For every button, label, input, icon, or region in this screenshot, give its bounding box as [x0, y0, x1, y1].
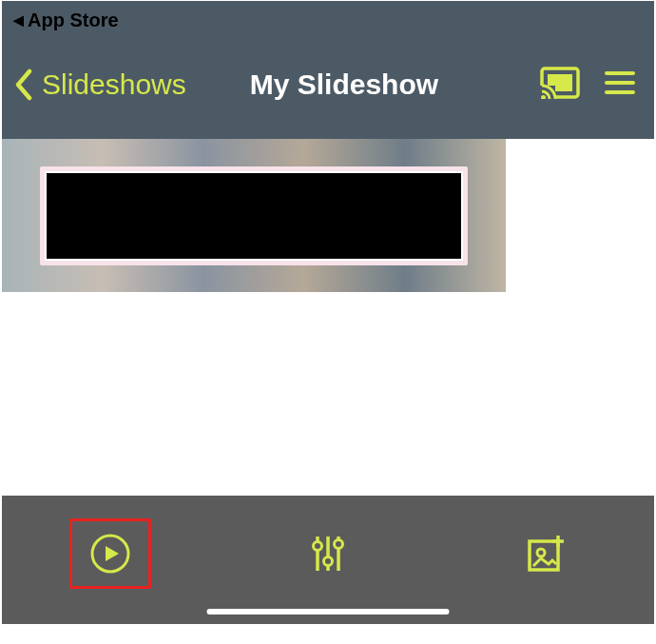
bottom-toolbar [2, 496, 654, 624]
sliders-icon [312, 535, 344, 573]
slideshow-preview-strip [2, 139, 654, 292]
preview-empty-area [506, 139, 654, 292]
add-photo-button[interactable] [505, 518, 587, 589]
svg-point-14 [334, 540, 342, 549]
system-back-to-app[interactable]: ◀ App Store [2, 1, 654, 39]
preview-thumbnail-background [2, 139, 506, 292]
slide-thumbnail-content [45, 171, 463, 261]
page-title: My Slideshow [148, 68, 540, 101]
cast-button[interactable] [540, 67, 605, 103]
adjust-button[interactable] [287, 518, 369, 589]
svg-point-16 [537, 549, 545, 556]
home-indicator[interactable] [207, 609, 450, 615]
content-area [2, 292, 654, 496]
add-photo-icon [528, 536, 564, 572]
hamburger-menu-icon [605, 69, 635, 96]
cast-icon [540, 67, 580, 99]
chevron-left-icon [11, 68, 36, 101]
svg-point-13 [323, 557, 332, 566]
menu-button[interactable] [605, 69, 635, 100]
back-triangle-icon: ◀ [13, 12, 24, 28]
svg-marker-8 [106, 546, 119, 561]
navigation-header: Slideshows My Slideshow [2, 39, 654, 139]
play-button[interactable] [69, 518, 151, 589]
play-icon [90, 534, 130, 574]
system-back-label: App Store [28, 10, 119, 31]
svg-point-12 [313, 542, 321, 551]
slide-thumbnail[interactable] [40, 166, 468, 265]
